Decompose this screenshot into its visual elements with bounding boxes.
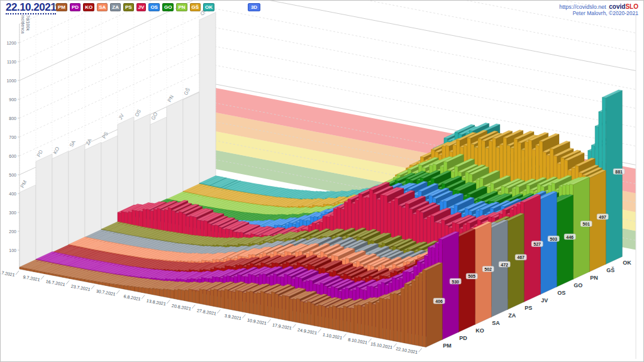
- wall-bar-OK: [199, 13, 216, 186]
- wall-bar-PM: [19, 185, 36, 269]
- date-tick-label: 22.10.2021: [396, 346, 418, 354]
- y-tick-label: 200: [9, 229, 16, 234]
- y-tick-label: 700: [9, 135, 16, 140]
- wall-label-PN: PN: [167, 94, 175, 103]
- wall-bar-PS: [101, 136, 118, 231]
- value-chip-text: 446: [566, 235, 574, 239]
- value-chip-text: 502: [484, 267, 492, 272]
- legend-button-PM[interactable]: PM: [56, 3, 67, 11]
- region-label-GO: GO: [574, 282, 582, 288]
- wall-label-PD: PD: [36, 149, 44, 158]
- wall-label-SA: SA: [69, 139, 77, 148]
- legend-button-GO[interactable]: GO: [162, 3, 174, 11]
- date-tick-label: 1.10.2021: [323, 332, 343, 340]
- region-label-PN: PN: [590, 275, 598, 281]
- date-tick-label: 15.10.2021: [370, 342, 393, 350]
- site-brand: covidSLO: [609, 3, 638, 10]
- date-tick-label: 17.9.2021: [272, 322, 292, 330]
- wall-label-ZA: ZA: [85, 138, 93, 146]
- wall-label-OS: OS: [134, 109, 142, 118]
- region-label-ZA: ZA: [508, 312, 516, 319]
- legend-button-GŠ[interactable]: GŠ: [190, 3, 201, 11]
- wall-bar-GŠ: [183, 92, 199, 194]
- wall-bar-SA: [69, 144, 85, 246]
- region-label-PD: PD: [459, 335, 467, 341]
- author-credit: Peter Malovrh, ©2020-2021: [559, 10, 638, 16]
- date-tick-label: 30.7.2021: [96, 288, 116, 296]
- value-chip-text: 472: [501, 263, 508, 267]
- legend-button-SA[interactable]: SA: [97, 3, 108, 11]
- legend-button-ZA[interactable]: ZA: [110, 3, 121, 11]
- y-axis-title: 7d/100k: [26, 15, 30, 31]
- date-tick-label: 6.8.2021: [123, 294, 141, 302]
- wall-bar-PN: [167, 99, 183, 201]
- region-legend: PMPDKOSAZAPSJVOSGOPNGŠOK: [56, 3, 214, 11]
- region-label-OS: OS: [557, 290, 565, 296]
- date-tick-label: 16.7.2021: [45, 279, 65, 287]
- legend-button-OK[interactable]: OK: [203, 3, 214, 11]
- value-chip-text: 406: [435, 299, 443, 304]
- value-chip-text: 881: [615, 170, 623, 174]
- legend-button-PD[interactable]: PD: [70, 3, 80, 11]
- y-axis-title: incidenca: [21, 15, 25, 34]
- y-tick-label: 1000: [6, 79, 16, 83]
- y-tick-label: 1200: [6, 41, 16, 45]
- date-tick-label: 8.10.2021: [348, 337, 368, 344]
- date-tick-label: 13.8.2021: [146, 299, 166, 306]
- y-tick-label: 100: [9, 248, 16, 253]
- site-url-link[interactable]: https://covidslo.net: [559, 4, 606, 10]
- wall-bar-OS: [134, 114, 150, 216]
- y-tick-label: 800: [9, 116, 16, 121]
- date-tick-label: 3.9.2021: [224, 314, 242, 321]
- value-chip-text: 530: [452, 280, 459, 284]
- wall-bar-KO: [52, 151, 69, 255]
- legend-button-OS[interactable]: OS: [148, 3, 160, 11]
- top-toolbar: 22.10.2021 pet PMPDKOSAZAPSJVOSGOPNGŠOK …: [1, 1, 643, 16]
- wall-label-JV: JV: [118, 112, 126, 121]
- region-label-JV: JV: [541, 297, 548, 304]
- date-tick-label: 10.9.2021: [247, 318, 267, 326]
- wall-label-GO: GO: [150, 111, 159, 121]
- y-tick-label: 600: [9, 154, 16, 158]
- y-tick-label: 400: [9, 192, 16, 196]
- region-label-OK: OK: [623, 260, 631, 266]
- wall-label-PS: PS: [101, 131, 109, 140]
- region-label-PM: PM: [443, 343, 452, 349]
- legend-button-JV[interactable]: JV: [136, 3, 147, 11]
- date-tick-label: 2.7.2021: [1, 270, 15, 277]
- region-label-SA: SA: [492, 320, 500, 326]
- legend-button-PS[interactable]: PS: [123, 3, 134, 11]
- value-chip-text: 501: [582, 222, 590, 226]
- legend-button-PN[interactable]: PN: [176, 3, 187, 11]
- current-date[interactable]: 22.10.2021: [6, 2, 56, 14]
- region-label-KO: KO: [475, 327, 484, 334]
- mode-3d-button[interactable]: 3D: [248, 3, 260, 11]
- y-tick-label: 300: [9, 211, 16, 215]
- value-chip-text: 497: [599, 215, 606, 219]
- wall-label-GŠ: GŠ: [183, 87, 191, 96]
- region-label-PS: PS: [525, 305, 532, 311]
- site-links: https://covidslo.net covidSLO Peter Malo…: [559, 3, 638, 16]
- y-tick-label: 500: [9, 173, 16, 177]
- legend-button-KO[interactable]: KO: [83, 3, 94, 11]
- value-chip-text: 467: [517, 255, 525, 260]
- value-chip-text: 505: [468, 274, 475, 278]
- date-tick-label: 23.7.2021: [70, 284, 91, 292]
- wall-bar-GO: [150, 117, 167, 209]
- value-chip-text: 503: [550, 237, 557, 241]
- y-tick-label: 900: [9, 97, 16, 102]
- wall-bar-ZA: [85, 142, 101, 239]
- region-label-GŠ: GŠ: [606, 266, 614, 273]
- y-tick-label: 1100: [7, 60, 16, 64]
- date-tick-label: 27.8.2021: [196, 308, 216, 315]
- date-tick-label: 20.8.2021: [171, 304, 191, 311]
- wall-label-PM: PM: [19, 179, 28, 189]
- value-chip-text: 527: [533, 242, 541, 246]
- covidslo-page: PMPDKOSAZAPSJVOSGOPNGŠOK1002003004005006…: [0, 0, 644, 362]
- wall-label-KO: KO: [52, 146, 60, 155]
- wall-bar-PD: [36, 154, 52, 261]
- date-tick-label: 9.7.2021: [23, 275, 40, 282]
- date-tick-label: 24.9.2021: [297, 327, 318, 335]
- covid-3d-ribbon-chart: PMPDKOSAZAPSJVOSGOPNGŠOK1002003004005006…: [1, 1, 644, 362]
